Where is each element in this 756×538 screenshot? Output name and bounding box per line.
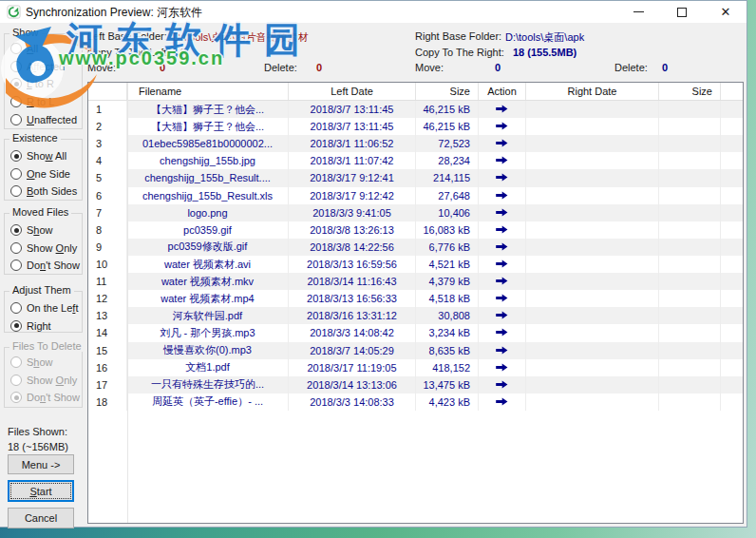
filename-cell: pc0359修改版.gif [127, 239, 289, 256]
radio-icon [10, 185, 22, 197]
column-header-right-date-5[interactable]: Right Date [526, 83, 659, 100]
table-row[interactable]: 9pc0359修改版.gif2018/3/8 14:22:566,776 kB [88, 239, 743, 256]
radio-show-only[interactable]: Show Only [5, 240, 82, 258]
radio-l-to-r[interactable]: L to R [5, 75, 82, 93]
left-date-cell: 2018/3/14 13:13:06 [289, 376, 416, 394]
right-date-cell [526, 135, 659, 152]
group-existence: ExistenceShow AllOne SideBoth Sides [4, 139, 83, 201]
table-row[interactable]: 8pc0359.gif2018/3/8 13:26:1316,083 kB [88, 221, 743, 239]
left-date-cell: 2018/3/7 13:11:45 [289, 101, 416, 118]
copy-right-arrow-icon [496, 241, 508, 253]
column-header-left-date-2[interactable]: Left Date [289, 83, 416, 100]
close-button[interactable]: ✕ [709, 1, 743, 23]
row-number: 10 [88, 256, 127, 273]
filler-cell [721, 290, 743, 307]
column-header-filename-1[interactable]: Filename [127, 83, 289, 100]
filename-cell: water 视频素材.mp4 [127, 290, 289, 307]
radio-icon [10, 114, 22, 125]
left-size-cell: 28,234 [416, 152, 479, 169]
table-row[interactable]: 7logo.png2018/3/3 9:41:0510,406 [88, 204, 743, 221]
radio-right[interactable]: Right [5, 317, 82, 336]
radio-icon [10, 168, 22, 180]
right-date-cell [526, 376, 659, 394]
table-row[interactable]: 2【大猫】狮子王？他会...2018/3/7 13:11:4546,215 kB [88, 118, 743, 135]
radio-label: One Side [27, 168, 70, 180]
radio-r-to-l[interactable]: R to L [5, 93, 82, 111]
radio-don-t-show[interactable]: Don't Show [5, 257, 82, 275]
left-size-cell: 4,521 kB [416, 256, 479, 273]
column-header-size-6[interactable]: Size [659, 83, 721, 100]
start-button[interactable]: Start [8, 480, 74, 502]
right-date-cell [526, 256, 659, 273]
radio-icon [10, 320, 22, 332]
right-size-cell [659, 118, 721, 135]
action-cell [479, 342, 526, 359]
copy-right-arrow-icon [496, 190, 508, 202]
radio-show[interactable]: Show [5, 221, 82, 240]
table-row[interactable]: 18周延英（英子-effie）- ...2018/3/3 14:08:334,4… [88, 394, 743, 411]
table-row[interactable]: 16文档1.pdf2018/3/17 11:19:05418,152 [88, 359, 743, 376]
right-date-cell [526, 118, 659, 135]
right-size-cell [659, 290, 721, 307]
table-row[interactable]: 13河东软件园.pdf2018/3/16 13:31:1230,808 [88, 307, 743, 324]
right-size-cell [659, 221, 721, 239]
menu-button[interactable]: Menu -> [8, 454, 74, 474]
row-number: 8 [88, 221, 127, 239]
filler-cell [721, 273, 743, 290]
right-date-cell [526, 342, 659, 359]
maximize-icon [677, 8, 687, 17]
radio-one-side[interactable]: One Side [5, 165, 82, 183]
column-header-rownum[interactable] [88, 83, 127, 100]
row-number: 4 [88, 152, 127, 169]
radio-show-all[interactable]: Show All [5, 147, 82, 165]
minimize-button[interactable] [621, 1, 655, 23]
radio-both-sides[interactable]: Both Sides [5, 183, 82, 201]
table-row[interactable]: 14刘凡 - 那个男孩.mp32018/3/3 14:08:423,234 kB [88, 324, 743, 341]
radio-icon [10, 259, 22, 271]
table-row[interactable]: 17一只有特殊生存技巧的...2018/3/14 13:13:0613,475 … [88, 376, 743, 394]
radio-on-the-left[interactable]: On the Left [5, 299, 82, 317]
action-cell [479, 169, 526, 186]
left-size-cell: 46,215 kB [416, 101, 479, 118]
table-row[interactable]: 301ebec5985e81b0000002...2018/3/1 11:06:… [88, 135, 743, 152]
right-date-cell [526, 187, 659, 204]
left-date-cell: 2018/3/3 9:41:05 [289, 204, 416, 221]
copy-to-left-value: 0 [180, 47, 186, 58]
column-header-size-3[interactable]: Size [416, 83, 479, 100]
row-number: 5 [88, 169, 127, 186]
table-row[interactable]: 6chengshijg_155b_Result.xls2018/3/17 9:1… [88, 187, 743, 204]
right-date-cell [526, 273, 659, 290]
radio-label: Show Only [27, 375, 77, 386]
table-row[interactable]: 11water 视频素材.mkv2018/3/14 11:16:434,379 … [88, 273, 743, 290]
right-delete-label: Delete: [614, 62, 648, 73]
table-row[interactable]: 12water 视频素材.mp42018/3/13 16:56:334,518 … [88, 290, 743, 307]
table-row[interactable]: 15慢慢喜欢你(0).mp32018/3/7 14:05:298,635 kB [88, 342, 743, 359]
left-date-cell: 2018/3/8 13:26:13 [289, 221, 416, 239]
radio-unaffected[interactable]: Unaffected [5, 110, 82, 128]
table-row[interactable]: 1【大猫】狮子王？他会...2018/3/7 13:11:4546,215 kB [88, 101, 743, 118]
radio-affected[interactable]: Affected [5, 58, 82, 76]
sync-preview-window: Synchronization Preview: 河东软件 ✕ Left Bas… [0, 0, 747, 528]
filename-cell: water 视频素材.avi [127, 256, 289, 273]
maximize-button[interactable] [665, 1, 699, 23]
right-date-cell [526, 221, 659, 239]
radio-label: Unaffected [27, 114, 77, 125]
table-row[interactable]: 10water 视频素材.avi2018/3/13 16:59:564,521 … [88, 256, 743, 273]
column-header-action-4[interactable]: Action [479, 83, 526, 100]
cancel-button[interactable]: Cancel [8, 508, 74, 528]
radio-icon [10, 302, 22, 314]
table-row[interactable]: 4chengshijg_155b.jpg2018/3/1 11:07:4228,… [88, 152, 743, 169]
filename-cell: 一只有特殊生存技巧的... [127, 376, 289, 394]
row-number: 15 [88, 342, 127, 359]
radio-all[interactable]: All [5, 40, 82, 58]
right-date-cell [526, 324, 659, 341]
right-date-cell [526, 101, 659, 118]
right-move-label: Move: [415, 62, 444, 73]
filler-cell [721, 169, 743, 186]
filler-cell [721, 256, 743, 273]
group-moved-files: Moved FilesShowShow OnlyDon't Show [4, 213, 83, 275]
left-base-folder-label: Left Base Folder: [87, 30, 167, 42]
group-title: Files To Delete [9, 340, 85, 352]
right-size-cell [659, 324, 721, 341]
table-row[interactable]: 5chengshijg_155b_Result....2018/3/17 9:1… [88, 169, 743, 186]
